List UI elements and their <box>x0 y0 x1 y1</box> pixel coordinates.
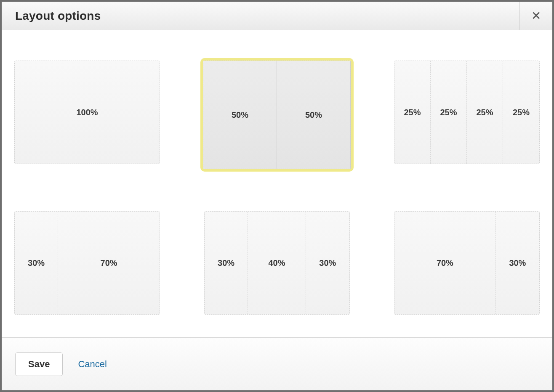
layout-options-dialog: Layout options ✕ 100%50%50%25%25%25%25% … <box>0 0 554 392</box>
cancel-link[interactable]: Cancel <box>78 359 107 370</box>
layout-cell: 25% <box>503 61 539 164</box>
layout-option-layout-50-50[interactable]: 50%50% <box>203 61 351 169</box>
layout-row-2: 30%70%30%40%30%70%30% <box>14 211 540 315</box>
dialog-title: Layout options <box>2 9 101 23</box>
layout-row-1: 100%50%50%25%25%25%25% <box>14 61 540 169</box>
layout-cell: 25% <box>467 61 503 164</box>
close-icon: ✕ <box>531 9 541 23</box>
layout-cell: 25% <box>394 61 431 164</box>
save-button[interactable]: Save <box>15 352 63 376</box>
layout-cell: 70% <box>58 212 160 314</box>
layout-cell: 100% <box>15 61 160 164</box>
layout-cell: 70% <box>394 212 496 314</box>
layout-cell: 40% <box>248 212 306 314</box>
layout-cell: 30% <box>306 212 349 314</box>
layout-cell: 50% <box>277 61 351 169</box>
layout-option-layout-100[interactable]: 100% <box>14 61 160 164</box>
layout-cell: 50% <box>203 61 277 169</box>
layout-cell: 30% <box>496 212 539 314</box>
layout-cell: 30% <box>15 212 58 314</box>
layout-cell: 25% <box>431 61 467 164</box>
layout-cell: 30% <box>205 212 248 314</box>
dialog-footer: Save Cancel <box>2 337 552 390</box>
layout-option-layout-25-25-25-25[interactable]: 25%25%25%25% <box>394 61 540 164</box>
layout-option-layout-30-40-30[interactable]: 30%40%30% <box>204 211 350 315</box>
close-button[interactable]: ✕ <box>519 2 552 30</box>
dialog-body: 100%50%50%25%25%25%25% 30%70%30%40%30%70… <box>2 30 552 337</box>
layout-option-layout-70-30[interactable]: 70%30% <box>394 211 540 315</box>
layout-option-layout-30-70[interactable]: 30%70% <box>14 211 160 315</box>
dialog-header: Layout options ✕ <box>2 2 552 30</box>
